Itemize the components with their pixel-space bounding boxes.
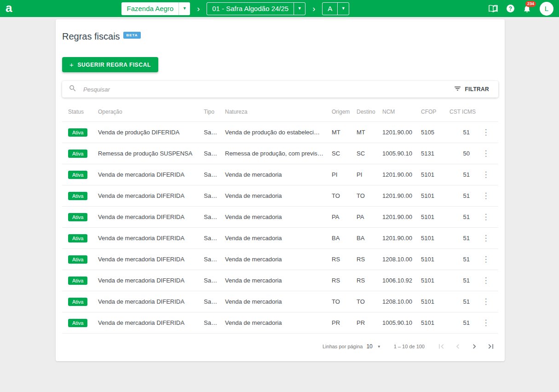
cell-natureza: Remessa de produção, com previsão aju... <box>221 143 328 164</box>
cell-destino: PR <box>353 312 379 334</box>
col-destino: Destino <box>353 100 379 122</box>
farm-selector-value: Fazenda Aegro <box>121 2 179 15</box>
col-operacao: Operação <box>94 100 200 122</box>
table-row[interactable]: Ativa Venda de mercadoria DIFERIDA Saída… <box>62 228 498 249</box>
cell-ncm: 1208.10.00 <box>379 249 417 270</box>
rows-per-page-select[interactable]: 10 ▼ <box>365 342 381 351</box>
col-actions <box>473 100 498 122</box>
table-row[interactable]: Ativa Venda de mercadoria DIFERIDA Saída… <box>62 164 498 185</box>
breadcrumb-chevron-icon: › <box>197 5 200 13</box>
chevron-down-icon: ▼ <box>377 345 381 349</box>
cell-cst-icms: 51 <box>446 207 473 228</box>
cell-origem: TO <box>328 291 353 312</box>
cell-destino: RS <box>353 270 379 291</box>
cell-operacao: Venda de mercadoria DIFERIDA <box>94 185 200 207</box>
breadcrumb: Fazenda Aegro ▼ › 01 - Safra Algodão 24/… <box>121 2 349 15</box>
status-badge: Ativa <box>68 192 87 200</box>
kebab-menu-icon[interactable]: ⋮ <box>479 213 493 221</box>
docs-book-icon[interactable] <box>488 5 498 13</box>
status-badge: Ativa <box>68 213 87 221</box>
cell-tipo: Saída <box>200 207 221 228</box>
cell-ncm: 1005.90.10 <box>379 143 417 164</box>
table-header: Status Operação Tipo Natureza Origem Des… <box>62 100 498 122</box>
last-page-button[interactable] <box>486 342 496 351</box>
cell-natureza: Venda de mercadoria <box>221 185 328 207</box>
cell-operacao: Venda de mercadoria DIFERIDA <box>94 312 200 334</box>
farm-selector[interactable]: Fazenda Aegro ▼ <box>121 2 190 15</box>
beta-badge: BETA <box>123 32 141 39</box>
filter-button[interactable]: FILTRAR <box>451 84 492 94</box>
cell-origem: RS <box>328 270 353 291</box>
cell-cst-icms: 51 <box>446 312 473 334</box>
notification-count-badge: 234 <box>525 1 536 7</box>
help-icon[interactable]: ? <box>507 5 514 12</box>
table-row[interactable]: Ativa Venda de mercadoria DIFERIDA Saída… <box>62 291 498 312</box>
page-title: Regras fiscais <box>62 31 120 42</box>
aegro-logo[interactable]: a <box>6 2 12 14</box>
plot-selector[interactable]: A ▼ <box>322 2 349 15</box>
chevron-left-icon <box>453 342 462 351</box>
suggest-fiscal-rule-button[interactable]: + SUGERIR REGRA FISCAL <box>62 57 158 72</box>
cell-natureza: Venda de mercadoria <box>221 228 328 249</box>
status-badge: Ativa <box>68 277 87 285</box>
cell-destino: TO <box>353 291 379 312</box>
season-selector[interactable]: 01 - Safra Algodão 24/25 ▼ <box>207 2 305 15</box>
kebab-menu-icon[interactable]: ⋮ <box>479 234 493 242</box>
cell-origem: RS <box>328 249 353 270</box>
kebab-menu-icon[interactable]: ⋮ <box>479 170 493 179</box>
table-row[interactable]: Ativa Venda de mercadoria DIFERIDA Saída… <box>62 270 498 291</box>
rows-per-page: Linhas por página 10 ▼ <box>323 342 382 351</box>
cell-destino: SC <box>353 143 379 164</box>
cell-operacao: Remessa de produção SUSPENSA <box>94 143 200 164</box>
search-icon <box>69 84 77 94</box>
cell-tipo: Saída <box>200 122 221 143</box>
kebab-menu-icon[interactable]: ⋮ <box>479 191 493 200</box>
rows-per-page-value: 10 <box>366 343 372 350</box>
cell-origem: TO <box>328 185 353 207</box>
cell-destino: PA <box>353 207 379 228</box>
filter-button-label: FILTRAR <box>465 86 489 92</box>
table-row[interactable]: Ativa Remessa de produção SUSPENSA Saída… <box>62 143 498 164</box>
cell-destino: MT <box>353 122 379 143</box>
status-badge: Ativa <box>68 298 87 306</box>
cell-cst-icms: 51 <box>446 164 473 185</box>
table-row[interactable]: Ativa Venda de mercadoria DIFERIDA Saída… <box>62 312 498 334</box>
cell-cst-icms: 51 <box>446 270 473 291</box>
col-natureza: Natureza <box>221 100 328 122</box>
kebab-menu-icon[interactable]: ⋮ <box>479 255 493 264</box>
kebab-menu-icon[interactable]: ⋮ <box>479 276 493 285</box>
cell-cst-icms: 51 <box>446 228 473 249</box>
notifications-bell-icon[interactable]: 234 <box>523 4 531 13</box>
breadcrumb-chevron-icon: › <box>312 5 315 13</box>
status-badge: Ativa <box>68 128 87 137</box>
cell-tipo: Saída <box>200 270 221 291</box>
first-page-button[interactable] <box>437 342 446 351</box>
cell-ncm: 1201.90.00 <box>379 164 417 185</box>
chevron-down-icon[interactable]: ▼ <box>337 3 349 15</box>
search-input[interactable] <box>82 86 451 93</box>
table-body: Ativa Venda de produção DIFERIDA Saída V… <box>62 122 498 334</box>
cell-tipo: Saída <box>200 164 221 185</box>
search-bar: FILTRAR <box>62 81 498 98</box>
table-row[interactable]: Ativa Venda de mercadoria DIFERIDA Saída… <box>62 185 498 207</box>
cell-ncm: 1005.90.10 <box>379 312 417 334</box>
cell-origem: PR <box>328 312 353 334</box>
table-row[interactable]: Ativa Venda de mercadoria DIFERIDA Saída… <box>62 207 498 228</box>
table-row[interactable]: Ativa Venda de mercadoria DIFERIDA Saída… <box>62 249 498 270</box>
kebab-menu-icon[interactable]: ⋮ <box>479 149 493 158</box>
chevron-down-icon[interactable]: ▼ <box>179 2 190 15</box>
cell-ncm: 1201.90.00 <box>379 228 417 249</box>
kebab-menu-icon[interactable]: ⋮ <box>479 297 493 306</box>
kebab-menu-icon[interactable]: ⋮ <box>479 128 493 137</box>
chevron-down-icon[interactable]: ▼ <box>294 3 305 15</box>
next-page-button[interactable] <box>470 342 479 351</box>
previous-page-button[interactable] <box>453 342 462 351</box>
cell-tipo: Saída <box>200 143 221 164</box>
user-avatar[interactable]: L <box>540 2 553 16</box>
table-row[interactable]: Ativa Venda de produção DIFERIDA Saída V… <box>62 122 498 143</box>
season-selector-value: 01 - Safra Algodão 24/25 <box>207 3 294 15</box>
cell-natureza: Venda de mercadoria <box>221 270 328 291</box>
kebab-menu-icon[interactable]: ⋮ <box>479 318 493 327</box>
col-ncm: NCM <box>379 100 417 122</box>
cell-natureza: Venda de mercadoria <box>221 164 328 185</box>
